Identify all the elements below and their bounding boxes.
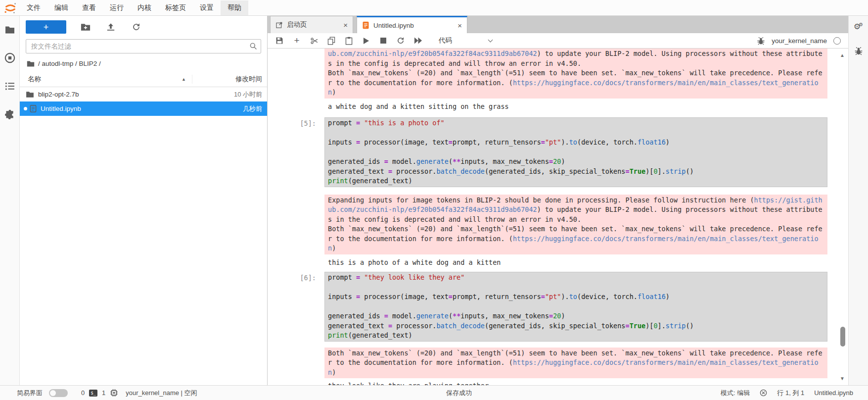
interrupt-kernel-icon[interactable] [379,36,388,45]
restart-kernel-icon[interactable] [396,36,405,45]
notebook-toolbar: + 代码 [268,33,848,49]
tab-notebook[interactable]: Untitled.ipynb × [357,16,467,33]
menu-item-1[interactable]: 编辑 [47,0,75,15]
paste-cells-icon[interactable] [344,36,353,45]
kernel-status-icon[interactable] [833,37,841,45]
name-column-header[interactable]: 名称 ▲ [28,75,192,84]
notebook-cell: [5]:prompt = "this is a photo of" inputs… [324,117,827,267]
new-folder-icon[interactable] [80,21,91,33]
output-stderr: Both `max_new_tokens` (=20) and `max_len… [324,348,827,379]
save-icon[interactable] [275,36,284,45]
copy-cells-icon[interactable] [327,36,336,45]
restart-run-all-icon[interactable] [413,36,422,45]
output-link[interactable]: https://gist.gith [754,196,822,204]
code-line: print(generated_text) [328,331,824,341]
menu-item-5[interactable]: 标签页 [158,0,193,15]
file-row-Untitled.ipynb[interactable]: Untitled.ipynb几秒前 [20,101,267,116]
notebook-file-icon [30,105,37,112]
output-line: a white dog and a kitten sitting on the … [328,102,827,112]
tab-label: Untitled.ipynb [373,22,414,29]
file-modified-time: 10 小时前 [192,90,267,99]
output-stdout: they look like they are playing together [324,381,827,385]
output-line: they look like they are playing together [328,381,827,385]
file-modified-time: 几秒前 [192,104,267,113]
save-status: 保存成功 [446,386,472,400]
scrollbar-thumb[interactable] [840,327,845,347]
search-icon [249,42,257,52]
kernel-status-text[interactable]: your_kernel_name | 空闲 [126,389,197,398]
close-icon[interactable]: × [457,22,462,29]
launcher-icon [275,21,283,29]
code-editor[interactable]: prompt = "they look like they are" input… [324,272,827,342]
kernel-name[interactable]: your_kernel_name [772,37,827,45]
tab-launcher[interactable]: 启动页 × [270,16,353,33]
notebook-cells: ub.com/zucchini-nlp/e9f20b054fa322f84ac9… [268,49,848,385]
output-line: Expanding inputs for image tokens in BLI… [328,196,824,205]
output-link[interactable]: n [328,88,332,96]
code-editor[interactable]: prompt = "this is a photo of" inputs = p… [324,117,827,187]
filename-filter-input[interactable] [26,39,261,53]
file-list: blip2-opt-2.7b10 小时前Untitled.ipynb几秒前 [20,87,267,116]
mode-indicator[interactable]: 模式: 编辑 [721,389,750,398]
extensions-icon[interactable] [4,108,16,120]
notebook-scroll-area: ub.com/zucchini-nlp/e9f20b054fa322f84ac9… [268,49,848,385]
simple-mode-label: 简易界面 [17,389,43,398]
file-row-blip2-opt-2.7b[interactable]: blip2-opt-2.7b10 小时前 [20,87,267,101]
menu-item-2[interactable]: 查看 [75,0,103,15]
debugger-toggle-icon[interactable] [756,36,765,45]
menu-item-7[interactable]: 帮助 [221,0,248,15]
folder-icon [27,60,35,67]
add-cell-icon[interactable]: + [292,36,301,45]
menu-item-0[interactable]: 文件 [20,0,47,15]
close-icon[interactable]: × [343,21,348,29]
menu-item-6[interactable]: 设置 [193,0,221,15]
execution-count: [5]: [268,117,320,127]
menu-item-3[interactable]: 运行 [103,0,131,15]
cut-cells-icon[interactable] [310,36,319,45]
tab-label: 启动页 [287,20,307,29]
output-stdout: a white dog and a kitten sitting on the … [324,102,827,112]
terminal-icon[interactable]: $_ [89,390,97,397]
output-link[interactable]: https://huggingface.co/docs/transformers… [513,79,819,87]
menu-item-4[interactable]: 内核 [131,0,158,15]
output-line: r to the documentation for more informat… [328,78,824,88]
breadcrumb[interactable]: / autodl-tmp / BLIP2 / [20,58,267,72]
output-link[interactable]: n [328,244,332,252]
run-cell-icon[interactable] [362,36,370,45]
output-line: s in the config is deprecated and will t… [328,59,824,69]
scroll-down-icon[interactable]: ▼ [840,376,845,381]
output-line: this is a photo of a white dog and a kit… [328,258,827,268]
output-line: s in the config is deprecated and will t… [328,215,824,225]
cell-type-dropdown[interactable]: 代码 [439,36,492,45]
debugger-panel-icon[interactable] [853,45,865,57]
table-of-contents-icon[interactable] [4,80,16,92]
new-launcher-button[interactable]: + [26,20,66,34]
output-link[interactable]: https://huggingface.co/docs/transformers… [513,358,819,366]
notebook-cell: ub.com/zucchini-nlp/e9f20b054fa322f84ac9… [324,49,827,111]
code-line: prompt = "they look like they are" [328,273,824,283]
code-line [328,128,824,138]
property-inspector-icon[interactable]: ⚙⚙ [854,22,863,31]
file-browser-icon[interactable] [4,24,16,36]
output-link[interactable]: n [328,368,332,376]
upload-icon[interactable] [105,21,117,33]
output-link[interactable]: ub.com/zucchini-nlp/e9f20b054fa322f84ac9… [328,205,537,213]
kernel-chip-icon[interactable] [110,389,118,397]
trust-indicator-icon[interactable] [760,389,767,397]
code-line: print(generated_text) [328,176,824,186]
output-link[interactable]: https://huggingface.co/docs/transformers… [513,235,819,243]
simple-mode-toggle[interactable] [49,389,68,397]
refresh-icon[interactable] [130,21,142,33]
file-name: blip2-opt-2.7b [38,91,192,98]
output-line: Both `max_new_tokens` (=20) and `max_len… [328,349,824,358]
output-stderr: ub.com/zucchini-nlp/e9f20b054fa322f84ac9… [324,49,827,99]
file-list-header: 名称 ▲ 修改时间 [20,72,267,87]
running-kernels-icon[interactable] [4,52,16,64]
output-line: Both `max_new_tokens` (=20) and `max_len… [328,68,824,78]
sort-ascending-icon[interactable]: ▲ [182,77,186,82]
output-link[interactable]: ub.com/zucchini-nlp/e9f20b054fa322f84ac9… [328,50,537,57]
cursor-position[interactable]: 行 1, 列 1 [777,389,804,398]
modified-column-header[interactable]: 修改时间 [192,75,267,84]
code-line: inputs = processor(image, text=prompt, r… [328,138,824,148]
scroll-up-icon[interactable]: ▲ [840,52,845,58]
